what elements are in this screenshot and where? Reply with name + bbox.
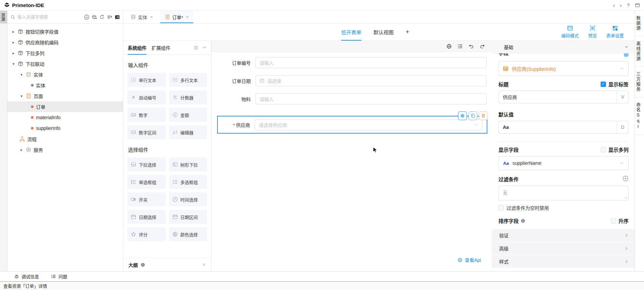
menu-icon[interactable] bbox=[194, 45, 198, 50]
checkbox-unchecked-icon[interactable] bbox=[498, 205, 504, 210]
palette-item-select-dropdown[interactable]: 下拉选择 bbox=[127, 157, 166, 172]
tree-item-selected[interactable]: 订单 bbox=[7, 101, 123, 112]
form-field-material[interactable]: 物料 请输入 bbox=[218, 93, 487, 104]
expand-arrow-icon[interactable]: ▾ bbox=[19, 94, 24, 98]
tab-order[interactable]: 订单* × bbox=[160, 11, 194, 23]
palette-item-switch[interactable]: 开关 bbox=[127, 192, 166, 206]
variable-toggle-button[interactable]: V bbox=[617, 91, 628, 103]
rail-tab-datasource[interactable]: 数据源 bbox=[635, 11, 644, 36]
rail-tab-third-party-services[interactable]: 三方服务 bbox=[635, 67, 644, 97]
form-field-supplier-selected[interactable]: *供应商 请选择供应商 bbox=[217, 116, 487, 134]
bound-field-select[interactable]: 供应商(SupplierInfo) bbox=[498, 61, 629, 76]
title-input[interactable]: 供应商 V bbox=[498, 91, 629, 103]
filter-empty-disable-checkbox[interactable]: 过滤条件为空时禁用 bbox=[498, 204, 629, 211]
checkbox-unchecked-icon[interactable] bbox=[601, 147, 606, 152]
palette-item-multi-line-text[interactable]: 多行文本 bbox=[169, 73, 207, 87]
tree-item[interactable]: 流程 bbox=[7, 134, 123, 144]
display-field-select[interactable]: Aa supplierName bbox=[498, 156, 629, 170]
rail-tab-named-sql[interactable]: 命名Sql bbox=[635, 97, 644, 135]
palette-item-currency[interactable]: 金额 bbox=[169, 108, 207, 122]
collapse-arrow-icon[interactable]: ▸ bbox=[11, 40, 15, 45]
palette-item-color-picker[interactable]: 颜色选择 bbox=[169, 227, 207, 241]
debug-info-tab[interactable]: 调试信息 bbox=[14, 273, 39, 280]
palette-item-date-range[interactable]: 日期区间 bbox=[169, 210, 207, 224]
show-label-checkbox[interactable]: 显示标签 bbox=[601, 81, 629, 88]
palette-item-tree-select[interactable]: 树形下拉 bbox=[169, 157, 207, 172]
form-settings-button[interactable]: 表单设置 bbox=[606, 25, 624, 39]
tree-item[interactable]: 实体 bbox=[7, 80, 123, 91]
preview-button[interactable]: 预览 bbox=[588, 25, 597, 39]
refresh-icon[interactable] bbox=[99, 14, 105, 19]
palette-item-rich-editor[interactable]: 编辑器 bbox=[169, 125, 207, 139]
palette-item-number-range[interactable]: 数字区间 bbox=[127, 125, 166, 139]
tree-item[interactable]: ▾下拉联动 bbox=[7, 58, 123, 69]
text-input[interactable]: 请输入 bbox=[255, 93, 487, 104]
filter-condition-textarea[interactable]: 无 bbox=[498, 186, 629, 200]
rail-tab-offline-resources[interactable]: 离线资源 bbox=[635, 36, 644, 67]
tree-item[interactable]: ▸供应商随机编码 bbox=[7, 37, 123, 48]
palette-item-time-picker[interactable]: 时间选择 bbox=[169, 192, 207, 206]
expand-arrow-icon[interactable]: ▾ bbox=[11, 62, 15, 66]
i18n-globe-icon[interactable] bbox=[446, 44, 452, 49]
field-delete-button[interactable] bbox=[479, 111, 488, 120]
palette-item-radio-group[interactable]: 单选框组 bbox=[127, 175, 166, 189]
default-value-input[interactable]: Aa D bbox=[498, 121, 629, 134]
date-input[interactable]: 请选择 bbox=[255, 75, 487, 86]
code-mode-button[interactable]: 编码模式 bbox=[561, 25, 579, 39]
palette-item-rating[interactable]: 评分 bbox=[127, 227, 166, 241]
view-api-link[interactable]: 查看Api bbox=[457, 256, 481, 263]
multi-column-checkbox[interactable]: 显示多列 bbox=[601, 146, 629, 153]
resize-handle-icon[interactable] bbox=[625, 196, 627, 199]
tree-item[interactable]: ▾页面 bbox=[7, 91, 123, 101]
palette-item-number[interactable]: 数字 bbox=[127, 108, 166, 122]
sort-icon[interactable] bbox=[107, 14, 112, 20]
form-field-order-no[interactable]: 订单编号 请输入 bbox=[218, 57, 487, 68]
problems-tab[interactable]: 问题 bbox=[51, 273, 67, 280]
nav-forward-icon[interactable]: › bbox=[620, 2, 622, 8]
ascending-checkbox[interactable]: 升序 bbox=[611, 217, 629, 224]
redo-icon[interactable] bbox=[480, 44, 485, 49]
expand-arrow-icon[interactable]: ▾ bbox=[19, 72, 24, 77]
add-view-button[interactable]: + bbox=[406, 23, 409, 41]
supplier-select-input[interactable]: 请选择供应商 bbox=[255, 119, 482, 130]
palette-tab-extension[interactable]: 扩展组件 bbox=[152, 41, 170, 55]
help-icon[interactable]: ? bbox=[627, 3, 630, 8]
tree-item[interactable]: ▸下拉多列 bbox=[7, 48, 123, 58]
search-input[interactable] bbox=[17, 14, 82, 19]
chevron-down-icon[interactable] bbox=[202, 45, 207, 50]
view-tab-default-view[interactable]: 默认视图 bbox=[373, 23, 394, 41]
section-advanced[interactable]: 高级 bbox=[492, 242, 635, 255]
tree-item[interactable]: supplierInfo bbox=[7, 123, 123, 134]
palette-item-auto-number[interactable]: 自动编号 bbox=[127, 90, 166, 104]
palette-item-date-picker[interactable]: 日期选择 bbox=[127, 210, 166, 224]
field-copy-button[interactable] bbox=[469, 111, 477, 120]
collapse-panel-icon[interactable] bbox=[115, 14, 120, 20]
tree-item[interactable]: ▸按钮切换字段值 bbox=[7, 26, 123, 37]
rail-tab-resources[interactable]: 资源 bbox=[0, 11, 7, 23]
tree-item[interactable]: ▾实体 bbox=[7, 69, 123, 80]
collapse-arrow-icon[interactable]: ▸ bbox=[11, 51, 15, 55]
checkbox-checked-icon[interactable] bbox=[601, 82, 606, 87]
new-package-icon[interactable] bbox=[92, 14, 97, 20]
section-validation[interactable]: 验证 bbox=[492, 229, 635, 242]
nav-back-icon[interactable]: ‹ bbox=[613, 2, 615, 8]
view-tab-lowcode-form[interactable]: 低开表单 bbox=[341, 23, 361, 41]
palette-tab-system[interactable]: 系统组件 bbox=[128, 41, 147, 55]
outline-tree-icon[interactable] bbox=[457, 44, 463, 49]
ai-icon[interactable] bbox=[84, 14, 89, 20]
collapse-arrow-icon[interactable]: ▸ bbox=[11, 30, 15, 34]
palette-item-single-line-text[interactable]: 单行文本 bbox=[127, 73, 166, 87]
collapse-arrow-icon[interactable]: ▸ bbox=[19, 148, 24, 152]
close-icon[interactable]: × bbox=[150, 14, 153, 19]
palette-item-checkbox-group[interactable]: 多选框组 bbox=[169, 175, 207, 189]
tree-item[interactable]: ▸服务 bbox=[7, 144, 123, 155]
tree-item[interactable]: materialInfo bbox=[7, 112, 123, 123]
form-field-order-date[interactable]: 订单日期 请选择 bbox=[218, 75, 487, 86]
window-icon[interactable] bbox=[635, 3, 640, 8]
undo-icon[interactable] bbox=[469, 44, 474, 49]
form-canvas[interactable]: 订单编号 请输入 订单日期 请选择 物料 请输入 *供应商 请选择供应商 bbox=[211, 41, 492, 271]
section-style[interactable]: 样式 bbox=[492, 255, 635, 268]
close-icon[interactable]: × bbox=[186, 14, 189, 19]
field-settings-button[interactable] bbox=[458, 111, 467, 120]
data-toggle-button[interactable]: D bbox=[617, 121, 628, 133]
